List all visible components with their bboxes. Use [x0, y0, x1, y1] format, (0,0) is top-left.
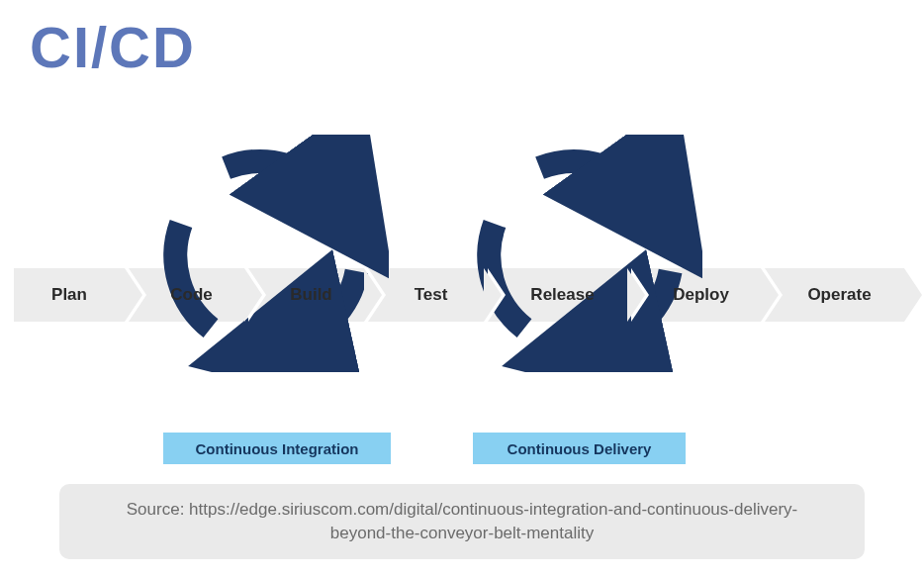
ci-badge: Continuous Integration	[163, 433, 391, 464]
step-label: Code	[160, 285, 213, 305]
step-label: Plan	[51, 285, 87, 305]
step-plan: Plan	[14, 268, 125, 322]
pipeline-row: Plan Code Build Test Release Deploy Oper…	[14, 268, 908, 322]
step-label: Build	[280, 285, 332, 305]
source-url: https://edge.siriuscom.com/digital/conti…	[189, 500, 797, 542]
cd-badge-label: Continuous Delivery	[508, 440, 652, 457]
step-code: Code	[129, 268, 244, 322]
ci-badge-label: Continuous Integration	[196, 440, 359, 457]
step-release: Release	[488, 268, 627, 322]
step-build: Build	[248, 268, 364, 322]
step-operate: Operate	[765, 268, 904, 322]
step-label: Deploy	[663, 285, 729, 305]
source-prefix: Source:	[127, 500, 189, 519]
cd-cycle-arrows-icon	[465, 135, 702, 372]
step-label: Operate	[797, 285, 871, 305]
step-test: Test	[368, 268, 484, 322]
source-citation: Source: https://edge.siriuscom.com/digit…	[59, 484, 865, 559]
ci-cycle-arrows-icon	[151, 135, 389, 372]
step-label: Release	[520, 285, 594, 305]
cd-badge: Continuous Delivery	[473, 433, 686, 464]
page-title: CI/CD	[30, 14, 196, 80]
step-deploy: Deploy	[631, 268, 761, 322]
step-label: Test	[405, 285, 448, 305]
